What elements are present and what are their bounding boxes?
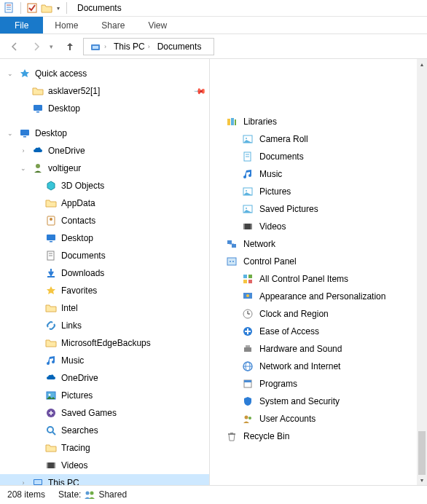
shared-icon (84, 489, 95, 500)
address-bar[interactable]: › This PC › Documents (83, 38, 214, 55)
list-item-all-control-panel-items[interactable]: All Control Panel Items (210, 270, 427, 288)
tree-item-pictures[interactable]: Pictures (0, 387, 209, 404)
svg-rect-47 (232, 244, 236, 248)
list-item-documents[interactable]: Documents (210, 148, 427, 165)
image-lib-icon (242, 133, 254, 145)
tab-view[interactable]: View (136, 17, 179, 34)
star-icon (45, 285, 57, 296)
cp-security-icon (242, 395, 254, 407)
svg-point-23 (47, 427, 53, 433)
tree-item-desktop[interactable]: Desktop (0, 100, 209, 117)
tree-item-label: Quick access (35, 68, 205, 79)
tree-item-desktop[interactable]: Desktop (0, 229, 209, 247)
list-item-label: Pictures (259, 186, 291, 197)
tree-item-appdata[interactable]: AppData (0, 194, 209, 212)
tree-item-onedrive[interactable]: ›OneDrive (0, 142, 209, 160)
content-pane[interactable]: LibrariesCamera RollDocumentsMusicPictur… (210, 59, 427, 485)
list-item-libraries[interactable]: Libraries (210, 113, 427, 130)
chevron-down-icon[interactable]: ⌄ (6, 70, 15, 77)
tree-item-music[interactable]: Music (0, 352, 209, 369)
qat-dropdown-button[interactable]: ▾ (55, 1, 62, 15)
desktop-icon (45, 232, 57, 244)
qat-folder-button[interactable] (40, 1, 53, 15)
breadcrumb-label: This PC (114, 42, 145, 52)
list-item-label: Hardware and Sound (259, 344, 342, 354)
tree-item-voltigeur[interactable]: ⌄voltigeur (0, 160, 209, 177)
tree-item-quick-access[interactable]: ⌄Quick access (0, 65, 209, 82)
list-item-network-and-internet[interactable]: Network and Internet (210, 358, 427, 375)
list-item-camera-roll[interactable]: Camera Roll (210, 130, 427, 148)
svg-rect-31 (227, 119, 230, 125)
chevron-right-icon[interactable]: › (19, 479, 28, 485)
svg-rect-54 (243, 280, 247, 283)
list-item-pictures[interactable]: Pictures (210, 183, 427, 200)
tree-item-microsoftedgebackups[interactable]: MicrosoftEdgeBackups (0, 334, 209, 352)
tree-item-onedrive[interactable]: OneDrive (0, 369, 209, 387)
tree-item-3d-objects[interactable]: 3D Objects (0, 177, 209, 194)
list-item-label: Network and Internet (259, 361, 340, 371)
tree-item-videos[interactable]: Videos (0, 457, 209, 474)
list-item-label: Clock and Region (259, 309, 329, 319)
scroll-down-button[interactable]: ▾ (417, 475, 427, 485)
scroll-up-button[interactable]: ▴ (417, 59, 427, 69)
status-state-prefix: State: (58, 489, 81, 500)
list-item-music[interactable]: Music (210, 165, 427, 183)
tree-item-favorites[interactable]: Favorites (0, 282, 209, 299)
tree-item-links[interactable]: Links (0, 317, 209, 334)
tree-item-asklaver52-1-[interactable]: asklaver52[1]📌 (0, 82, 209, 100)
breadcrumb-documents[interactable]: Documents (154, 42, 205, 52)
list-item-system-and-security[interactable]: System and Security (210, 393, 427, 410)
svg-point-21 (49, 394, 51, 396)
tree-item-this-pc[interactable]: ›This PC (0, 474, 209, 485)
svg-point-51 (232, 261, 234, 262)
tree-item-contacts[interactable]: Contacts (0, 212, 209, 229)
svg-point-13 (50, 218, 52, 221)
back-button[interactable] (6, 38, 23, 55)
tree-item-desktop[interactable]: ⌄Desktop (0, 125, 209, 142)
tree-item-documents[interactable]: Documents (0, 247, 209, 264)
svg-point-69 (245, 416, 248, 420)
navigation-tree[interactable]: ⌄Quick accessasklaver52[1]📌Desktop⌄Deskt… (0, 59, 210, 485)
list-item-programs[interactable]: Programs (210, 375, 427, 393)
tree-item-saved-games[interactable]: Saved Games (0, 404, 209, 422)
list-item-clock-and-region[interactable]: Clock and Region (210, 305, 427, 323)
list-item-videos[interactable]: Videos (210, 218, 427, 235)
tree-item-tracing[interactable]: Tracing (0, 439, 209, 457)
chevron-down-icon[interactable]: ⌄ (19, 165, 28, 172)
list-item-hardware-and-sound[interactable]: Hardware and Sound (210, 340, 427, 358)
list-item-ease-of-access[interactable]: Ease of Access (210, 323, 427, 340)
breadcrumb-root[interactable]: › (87, 41, 109, 52)
qat-check-button[interactable] (26, 1, 39, 15)
up-button[interactable] (61, 38, 79, 55)
chevron-down-icon[interactable]: ⌄ (6, 130, 15, 137)
breadcrumb-this-pc[interactable]: This PC › (111, 42, 153, 52)
cp-network-icon (242, 361, 254, 372)
tree-item-searches[interactable]: Searches (0, 422, 209, 439)
tab-file[interactable]: File (0, 17, 43, 34)
tree-item-label: MicrosoftEdgeBackups (61, 338, 205, 348)
list-item-recycle-bin[interactable]: Recycle Bin (210, 428, 427, 445)
list-item-user-accounts[interactable]: User Accounts (210, 410, 427, 428)
list-item-network[interactable]: Network (210, 235, 427, 253)
qat-properties-button[interactable] (3, 1, 16, 15)
scroll-thumb[interactable] (418, 431, 426, 475)
tree-item-intel[interactable]: Intel (0, 299, 209, 317)
svg-rect-14 (47, 235, 55, 240)
desktop-icon (32, 103, 44, 114)
list-item-control-panel[interactable]: Control Panel (210, 253, 427, 270)
chevron-right-icon[interactable]: › (19, 147, 28, 154)
list-item-label: Libraries (243, 117, 277, 127)
tree-item-downloads[interactable]: Downloads (0, 264, 209, 282)
tree-item-label: Searches (61, 425, 205, 436)
list-item-appearance-and-personalization[interactable]: Appearance and Personalization (210, 288, 427, 305)
forward-button[interactable] (28, 38, 45, 55)
tree-item-label: This PC (48, 478, 205, 485)
videos-icon (242, 221, 254, 232)
cp-hardware-icon (242, 343, 254, 355)
tab-share[interactable]: Share (90, 17, 136, 34)
history-dropdown[interactable]: ▾ (50, 43, 57, 50)
list-item-saved-pictures[interactable]: Saved Pictures (210, 200, 427, 218)
content-scrollbar[interactable]: ▴ ▾ (417, 59, 427, 485)
tab-home[interactable]: Home (43, 17, 90, 34)
tree-item-label: Links (61, 320, 205, 331)
